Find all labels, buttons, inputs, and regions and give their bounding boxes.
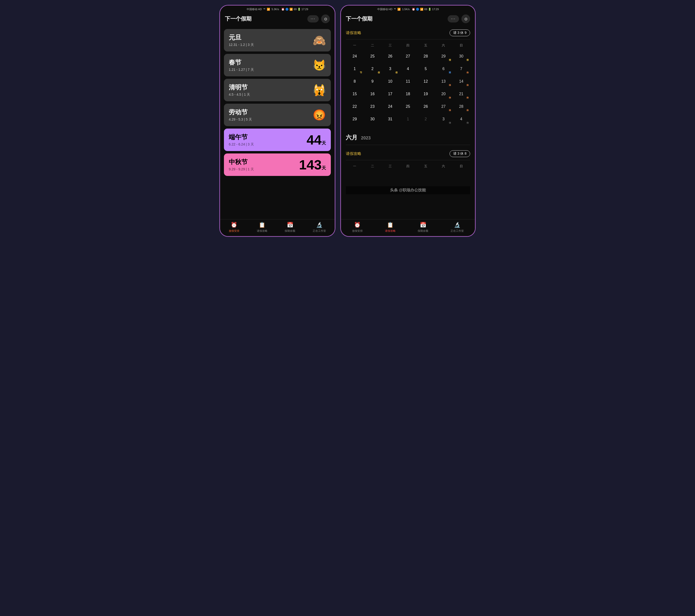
nav-item-fangjia-right[interactable]: ⏰ 放假安排	[352, 222, 363, 233]
cal-day-5b: 5	[417, 63, 435, 75]
nav-item-gonglue-left[interactable]: 📋 请假攻略	[257, 222, 268, 233]
cal-day-19: 19	[417, 88, 435, 100]
holiday-card-yuandan[interactable]: 元旦 12.31 - 1.2 | 3 天 🙈	[224, 29, 331, 51]
nav-icon-yue-left: 📅	[287, 222, 293, 228]
cal-h-wed: 三	[382, 42, 399, 50]
cal-jh-fri: 五	[417, 163, 435, 171]
cal-may: 一 二 三 四 五 六 日 24 25 26 27 28 29/假 30/假	[346, 42, 470, 125]
calendar-scroll[interactable]: 请假攻略 请 3 休 9 一 二 三 四 五 六 日 24 25 26 27 2…	[341, 27, 475, 219]
nav-icon-yue-right: 📅	[420, 222, 426, 228]
nav-icon-fangjia-right: ⏰	[354, 222, 360, 228]
nav-label-fangjia-left: 放假安排	[229, 229, 239, 233]
countdown-num-zhongqiu: 143	[299, 157, 322, 172]
nav-item-work-right[interactable]: 🔬 正在工作室	[451, 222, 464, 233]
nav-item-yue-left[interactable]: 📅 假期余额	[285, 222, 295, 233]
nav-label-work-left: 正在工作室	[313, 229, 326, 233]
nav-icon-fangjia-left: ⏰	[231, 222, 237, 228]
holiday-card-duanwu[interactable]: 端午节 6.22 - 6.24 | 3 天 44天	[224, 128, 331, 151]
strategy-label-1: 请假攻略	[346, 31, 361, 36]
holiday-name-zhongqiu: 中秋节	[229, 158, 254, 166]
holiday-card-laodong[interactable]: 劳动节 4.29 - 5.3 | 5 天 😡	[224, 104, 331, 126]
cal-h-thu: 四	[399, 42, 417, 50]
cal-day-29: 29	[346, 113, 363, 125]
more-options-button-right[interactable]: ···	[447, 15, 459, 22]
cal-row-6: 29 30 31 1 2 3/休 4/休	[346, 113, 470, 125]
cal-day-1c: 1	[399, 113, 417, 125]
cal-jh-sun: 日	[453, 163, 470, 171]
strategy-section-2: 请假攻略 请 3 休 8	[346, 147, 470, 160]
holiday-card-zhongqiu[interactable]: 中秋节 9.29 - 9.29 | 1 天 143天	[224, 154, 331, 176]
strategy-badge-1: 请 3 休 9	[450, 30, 470, 36]
cal-day-18: 18	[399, 88, 417, 100]
cal-day-26a: 26	[382, 50, 399, 63]
nav-item-fangjia-left[interactable]: ⏰ 放假安排	[229, 222, 239, 233]
watermark: 头条 @职场办公技能	[346, 186, 470, 194]
holiday-countdown-duanwu: 44天	[307, 133, 326, 147]
nav-item-work-left[interactable]: 🔬 正在工作室	[313, 222, 326, 233]
nav-label-yue-left: 假期余额	[285, 229, 295, 233]
cal-day-3b: 3/假	[382, 63, 399, 75]
nav-label-gonglue-right: 请假攻略	[385, 229, 396, 233]
cal-day-12: 12	[417, 75, 435, 88]
cal-day-4c: 4/休	[453, 113, 470, 125]
more-options-button-left[interactable]: ···	[307, 15, 319, 22]
right-phone: 中国移动 HD ⁴⁶ 📶 1.5K/s ⏰ 🔵 📶 69 🔋 17:29 下一个…	[340, 5, 476, 237]
holiday-emoji-chunjie: 😾	[313, 59, 326, 72]
strategy-section-1: 请假攻略 请 3 休 9	[346, 27, 470, 39]
holiday-info-laodong: 劳动节 4.29 - 5.3 | 5 天	[229, 108, 252, 122]
cal-day-22: 22	[346, 100, 363, 113]
cal-row-5: 22 23 24 25 26 27/休 28/休	[346, 100, 470, 113]
cal-day-1b: 1/节	[346, 63, 363, 75]
holiday-date-duanwu: 6.22 - 6.24 | 3 天	[229, 142, 254, 147]
countdown-unit-zhongqiu: 天	[322, 165, 326, 170]
cal-jh-tue: 二	[363, 163, 381, 171]
cal-day-28a: 28	[417, 50, 435, 63]
nav-icon-work-left: 🔬	[316, 222, 323, 228]
holiday-date-chunjie: 1.21 - 1.27 | 7 天	[229, 68, 254, 72]
countdown-num-duanwu: 44	[307, 132, 322, 147]
holiday-list: 元旦 12.31 - 1.2 | 3 天 🙈 春节 1.21 - 1.27 | …	[220, 27, 335, 219]
nav-icon-work-right: 🔬	[454, 222, 460, 228]
holiday-card-chunjie[interactable]: 春节 1.21 - 1.27 | 7 天 😾	[224, 54, 331, 76]
cal-header-may: 一 二 三 四 五 六 日	[346, 42, 470, 50]
target-button-right[interactable]: ⊙	[461, 15, 470, 23]
status-bar-right: 中国移动 HD ⁴⁶ 📶 1.5K/s ⏰ 🔵 📶 69 🔋 17:29	[341, 5, 475, 12]
status-text-left: 中国移动 HD ⁴⁶ 📶 5.3K/s ⏰ 🔵 📶 69 🔋 17:29	[247, 7, 308, 11]
cal-h-fri: 五	[417, 42, 435, 50]
status-bar-left: 中国移动 HD ⁴⁶ 📶 5.3K/s ⏰ 🔵 📶 69 🔋 17:29	[220, 5, 335, 12]
header-actions-left: ··· ⊙	[307, 15, 330, 23]
holiday-card-qingming[interactable]: 清明节 4.5 - 4.5 | 1 天 🙀	[224, 79, 331, 101]
strategy-badge-2: 请 3 休 8	[450, 150, 470, 157]
holiday-info-duanwu: 端午节 6.22 - 6.24 | 3 天	[229, 133, 254, 147]
countdown-unit-duanwu: 天	[322, 141, 326, 145]
strategy-label-2: 请假攻略	[346, 151, 361, 156]
cal-day-27: 27/休	[435, 100, 452, 113]
cal-june-placeholder	[346, 171, 470, 186]
holiday-name-laodong: 劳动节	[229, 108, 252, 117]
cal-day-2b: 2/假	[363, 63, 381, 75]
app-title-left: 下一个假期	[225, 15, 252, 22]
cal-day-3c: 3/休	[435, 113, 452, 125]
cal-day-6b: 6/班	[435, 63, 452, 75]
cal-day-31: 31	[382, 113, 399, 125]
nav-label-work-right: 正在工作室	[451, 229, 464, 233]
nav-item-gonglue-right[interactable]: 📋 请假攻略	[385, 222, 396, 233]
nav-label-fangjia-right: 放假安排	[352, 229, 363, 233]
target-button-left[interactable]: ⊙	[321, 15, 330, 23]
cal-day-11: 11	[399, 75, 417, 88]
status-text-right: 中国移动 HD ⁴⁶ 📶 1.5K/s ⏰ 🔵 📶 69 🔋 17:29	[377, 7, 439, 11]
nav-item-yue-right[interactable]: 📅 假期余额	[418, 222, 428, 233]
cal-day-25a: 25	[363, 50, 381, 63]
holiday-name-qingming: 清明节	[229, 83, 250, 92]
nav-label-yue-right: 假期余额	[418, 229, 428, 233]
cal-day-9: 9	[363, 75, 381, 88]
app-header-right: 下一个假期 ··· ⊙	[341, 12, 475, 27]
cal-day-4b: 4	[399, 63, 417, 75]
nav-icon-gonglue-left: 📋	[259, 222, 265, 228]
cal-day-17: 17	[382, 88, 399, 100]
holiday-date-qingming: 4.5 - 4.5 | 1 天	[229, 92, 250, 97]
bottom-nav-right: ⏰ 放假安排 📋 请假攻略 📅 假期余额 🔬 正在工作室	[341, 219, 475, 236]
holiday-name-yuandan: 元旦	[229, 33, 254, 42]
cal-day-10: 10	[382, 75, 399, 88]
cal-day-2c: 2	[417, 113, 435, 125]
